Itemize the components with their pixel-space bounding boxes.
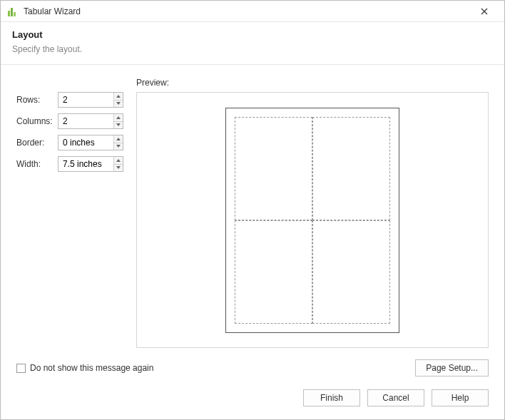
finish-button[interactable]: Finish (303, 389, 360, 406)
columns-step-down[interactable] (114, 122, 123, 129)
checkbox-box[interactable] (16, 364, 26, 373)
border-spinner-buttons (113, 135, 123, 150)
rows-step-up[interactable] (114, 93, 123, 101)
width-spinner[interactable] (58, 156, 123, 172)
width-step-up[interactable] (114, 157, 123, 165)
titlebar: Tabular Wizard (1, 1, 504, 22)
rows-step-down[interactable] (114, 101, 123, 108)
preview-cell (312, 117, 390, 220)
header-description: Specify the layout. (12, 44, 493, 54)
border-row: Border: (16, 135, 123, 150)
dont-show-label: Do not show this message again (30, 363, 153, 373)
border-label: Border: (16, 138, 53, 148)
page-setup-button[interactable]: Page Setup... (415, 359, 489, 377)
columns-spinner[interactable] (58, 113, 123, 129)
rows-spinner[interactable] (58, 92, 123, 108)
app-icon (8, 6, 18, 16)
preview-column: Preview: (136, 78, 489, 348)
close-icon (481, 8, 488, 15)
width-input[interactable] (58, 157, 113, 171)
width-row: Width: (16, 156, 123, 172)
border-spinner[interactable] (58, 135, 123, 150)
rows-input[interactable] (58, 93, 113, 107)
columns-spinner-buttons (113, 114, 123, 128)
border-step-down[interactable] (114, 143, 123, 150)
wizard-window: Tabular Wizard Layout Specify the layout… (0, 0, 505, 420)
options-row: Do not show this message again Page Setu… (1, 355, 504, 379)
columns-row: Columns: (16, 113, 123, 129)
preview-cell (235, 117, 312, 220)
width-label: Width: (16, 159, 53, 169)
wizard-header: Layout Specify the layout. (1, 22, 504, 65)
dont-show-checkbox[interactable]: Do not show this message again (16, 363, 153, 373)
preview-cell (312, 220, 390, 324)
rows-row: Rows: (16, 92, 123, 108)
layout-controls: Rows: Columns: (16, 78, 123, 348)
border-step-up[interactable] (114, 135, 123, 143)
rows-spinner-buttons (113, 93, 123, 107)
border-input[interactable] (58, 135, 113, 150)
wizard-body: Rows: Columns: (1, 65, 504, 355)
header-title: Layout (12, 29, 493, 40)
footer: Finish Cancel Help (1, 379, 504, 419)
columns-input[interactable] (58, 114, 113, 128)
preview-label: Preview: (136, 78, 489, 88)
columns-label: Columns: (16, 116, 53, 126)
window-title: Tabular Wizard (24, 6, 470, 16)
preview-grid (235, 117, 390, 324)
width-spinner-buttons (113, 157, 123, 171)
help-button[interactable]: Help (432, 389, 489, 406)
close-button[interactable] (470, 1, 499, 21)
preview-page (225, 108, 399, 333)
preview-box (136, 92, 489, 348)
cancel-button[interactable]: Cancel (367, 389, 424, 406)
preview-cell (235, 220, 312, 324)
width-step-down[interactable] (114, 165, 123, 172)
rows-label: Rows: (16, 95, 53, 105)
columns-step-up[interactable] (114, 114, 123, 122)
